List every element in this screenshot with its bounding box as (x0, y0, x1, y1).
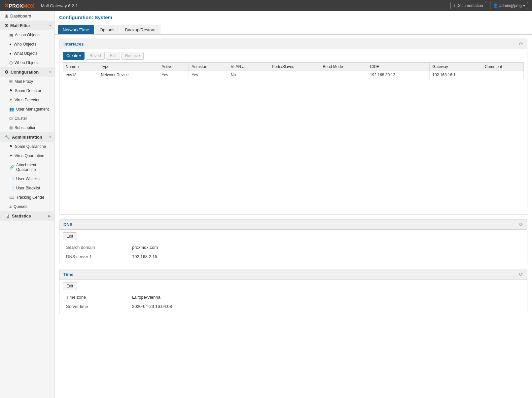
topbar-right: ℹ Documentation 👤 admin@pmg ▾ (450, 2, 528, 9)
page-header: Configuration: System (54, 11, 532, 23)
time-title: Time (63, 272, 73, 277)
sidebar-item-attachment-quarantine[interactable]: 🔗 Attachment Quarantine (3, 160, 54, 174)
interfaces-toolbar: Create ▾ Revert Edit Remove (63, 52, 524, 60)
mail-proxy-label: Mail Proxy (15, 79, 33, 84)
when-objects-label: When Objects (15, 60, 39, 65)
table-row[interactable]: ens18Network DeviceYesYesNo192.168.30.12… (63, 71, 524, 79)
col-vlan[interactable]: VLAN a... (228, 63, 269, 71)
user-icon: 👤 (493, 3, 498, 8)
user-management-label: User Management (16, 107, 49, 112)
interfaces-table-body: ens18Network DeviceYesYesNo192.168.30.12… (63, 71, 524, 79)
administration-icon: 🔧 (5, 135, 10, 140)
time-collapse-icon[interactable]: ⟳ (519, 272, 523, 277)
create-button[interactable]: Create ▾ (63, 52, 85, 60)
user-blacklist-icon: 📄 (9, 186, 14, 190)
revert-label: Revert (89, 53, 101, 58)
tab-backup-restore[interactable]: Backup/Restore (120, 25, 161, 34)
sidebar-item-subscription[interactable]: ◎ Subscription (3, 123, 54, 132)
col-type[interactable]: Type (98, 63, 159, 71)
sidebar-item-user-whitelist[interactable]: 📄 User Whitelist (3, 174, 54, 183)
documentation-button[interactable]: ℹ Documentation (450, 2, 486, 9)
spam-detector-icon: ⚑ (9, 88, 13, 93)
sidebar-item-spam-detector[interactable]: ⚑ Spam Detector (3, 86, 54, 95)
spam-quarantine-icon: ⚑ (9, 144, 13, 149)
sidebar-item-action-objects[interactable]: ▤ Action Objects (3, 30, 54, 40)
sidebar-item-virus-detector[interactable]: ✦ Virus Detector (3, 95, 54, 105)
doc-label: Documentation (456, 3, 483, 8)
mail-proxy-icon: ✉ (9, 79, 13, 84)
dns-edit-button[interactable]: Edit (63, 232, 77, 240)
what-objects-icon: ● (9, 51, 12, 56)
sidebar-item-dashboard[interactable]: ⊞ Dashboard (0, 11, 54, 21)
sidebar-item-user-blacklist[interactable]: 📄 User Blacklist (3, 183, 54, 193)
interfaces-panel: Interfaces ⟳ Create ▾ Revert Edit (59, 39, 527, 215)
remove-button[interactable]: Remove (122, 52, 144, 60)
mail-filter-arrow-icon: ▾ (49, 24, 51, 27)
sidebar-item-who-objects[interactable]: ● Who Objects (3, 40, 54, 49)
spam-quarantine-label: Spam Quarantine (15, 144, 46, 149)
sidebar-item-spam-quarantine[interactable]: ⚑ Spam Quarantine (3, 142, 54, 151)
col-active[interactable]: Active (159, 63, 189, 71)
revert-button[interactable]: Revert (86, 52, 105, 60)
queues-label: Queues (14, 204, 27, 209)
configuration-arrow-icon: ▾ (49, 70, 51, 74)
dns-title: DNS (63, 222, 72, 227)
dashboard-label: Dashboard (10, 14, 31, 18)
col-name[interactable]: Name ↑ (63, 63, 98, 71)
tab-options[interactable]: Options (95, 25, 120, 34)
sidebar-item-user-management[interactable]: 👥 User Management (3, 105, 54, 114)
user-whitelist-label: User Whitelist (16, 177, 41, 181)
col-comment[interactable]: Comment (482, 63, 524, 71)
virus-detector-label: Virus Detector (15, 98, 40, 102)
configuration-submenu: ✉ Mail Proxy ⚑ Spam Detector ✦ Virus Det… (0, 77, 54, 132)
main-layout: ⊞ Dashboard ✉ Mail Filter ▾ ▤ Action Obj… (0, 11, 532, 398)
dns-body: Edit Search domainproxmox.comDNS server … (59, 230, 527, 264)
tab-network-time-label: Network/Time (63, 27, 89, 32)
dns-toolbar: Edit (63, 232, 524, 240)
who-objects-label: Who Objects (14, 42, 36, 47)
create-dropdown-arrow-icon: ▾ (79, 54, 81, 58)
sidebar-item-virus-quarantine[interactable]: ✦ Virus Quarantine (3, 151, 54, 160)
time-toolbar: Edit (63, 282, 524, 290)
configuration-label: Configuration (11, 70, 39, 75)
sidebar-item-cluster[interactable]: ⬡ Cluster (3, 114, 54, 123)
administration-submenu: ⚑ Spam Quarantine ✦ Virus Quarantine 🔗 A… (0, 142, 54, 211)
col-bond-mode[interactable]: Bond Mode (320, 63, 367, 71)
sidebar-item-administration[interactable]: 🔧 Administration ▾ (0, 132, 54, 142)
col-cidr[interactable]: CIDR (367, 63, 430, 71)
virus-quarantine-label: Virus Quarantine (15, 153, 44, 158)
time-edit-button[interactable]: Edit (63, 282, 77, 290)
dns-panel: DNS ⟳ Edit Search domainproxmox.comDNS s… (59, 219, 527, 264)
user-blacklist-label: User Blacklist (16, 186, 40, 190)
col-gateway[interactable]: Gateway (430, 63, 482, 71)
cluster-icon: ⬡ (9, 116, 13, 121)
sidebar-item-statistics[interactable]: 📊 Statistics ▶ (0, 211, 54, 221)
user-menu-button[interactable]: 👤 admin@pmg ▾ (490, 2, 528, 9)
sidebar-item-queues[interactable]: ≡ Queues (3, 202, 54, 211)
sidebar-item-when-objects[interactable]: ◷ When Objects (3, 58, 54, 67)
sidebar-item-tracking-center[interactable]: 📖 Tracking Center (3, 193, 54, 202)
subscription-label: Subscription (15, 125, 36, 130)
remove-label: Remove (125, 53, 140, 58)
dns-collapse-icon[interactable]: ⟳ (519, 222, 523, 227)
subscription-icon: ◎ (9, 125, 13, 130)
page-title: Configuration: System (59, 15, 112, 20)
spam-detector-label: Spam Detector (15, 88, 41, 93)
dashboard-icon: ⊞ (5, 14, 8, 18)
sidebar-item-configuration[interactable]: ⚙ Configuration ▾ (0, 67, 54, 77)
col-ports[interactable]: Ports/Slaves (269, 63, 320, 71)
tab-backup-restore-label: Backup/Restore (125, 27, 156, 32)
interfaces-collapse-icon[interactable]: ⟳ (519, 41, 523, 47)
col-autostart[interactable]: Autostart (189, 63, 228, 71)
logo-mox: MOX (23, 3, 34, 9)
sidebar-item-mail-filter[interactable]: ✉ Mail Filter ▾ (0, 21, 54, 30)
tab-network-time[interactable]: Network/Time (58, 25, 94, 34)
administration-label: Administration (12, 135, 42, 140)
dns-info-row: DNS server 1192.168.2.15 (63, 252, 524, 261)
topbar: ✕ PROX MOX Mail Gateway 6.2-1 ℹ Document… (0, 0, 532, 11)
sidebar-item-mail-proxy[interactable]: ✉ Mail Proxy (3, 77, 54, 86)
interfaces-table: Name ↑ Type Active Autostart VLAN a... P… (63, 62, 524, 79)
virus-detector-icon: ✦ (9, 98, 13, 102)
edit-button[interactable]: Edit (106, 52, 120, 60)
sidebar-item-what-objects[interactable]: ● What Objects (3, 49, 54, 58)
